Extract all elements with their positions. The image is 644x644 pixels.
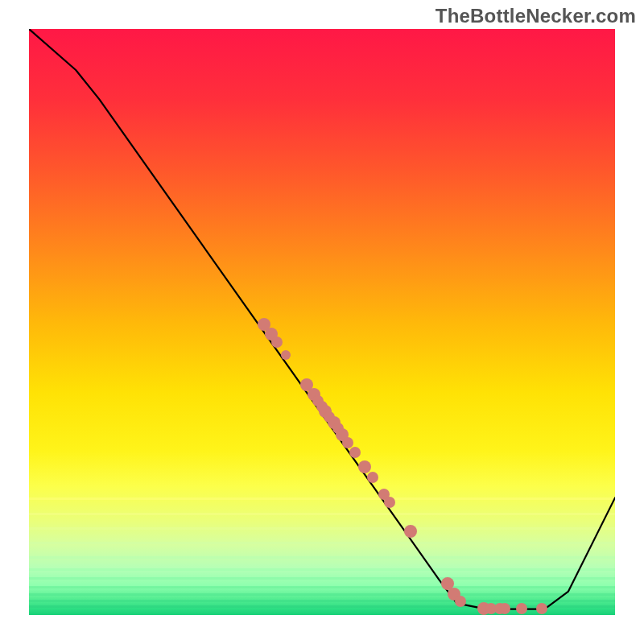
data-dot [349, 447, 361, 458]
curve-svg [29, 29, 615, 615]
chart-stage: TheBottleNecker.com [0, 0, 644, 644]
bottleneck-curve [29, 29, 615, 609]
data-dot [271, 336, 283, 348]
plot-area [29, 29, 615, 615]
data-dot [516, 603, 527, 614]
data-dot [367, 472, 378, 483]
data-dot [342, 437, 353, 448]
data-dot [455, 596, 466, 607]
data-dot [281, 350, 291, 360]
data-dot [499, 603, 510, 614]
data-dot [358, 460, 371, 473]
data-dot [404, 525, 417, 538]
data-dot [384, 497, 395, 508]
watermark-text: TheBottleNecker.com [436, 5, 636, 27]
data-dot [536, 603, 547, 614]
